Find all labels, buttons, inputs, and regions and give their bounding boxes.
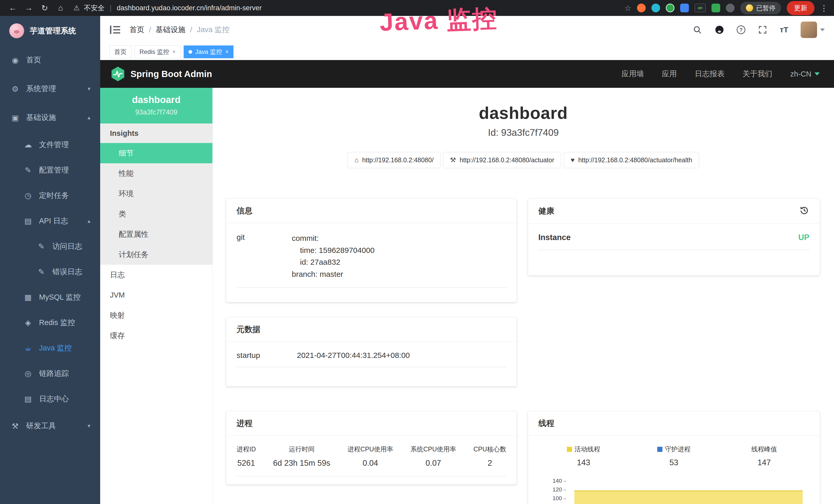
back-icon[interactable]: ←: [6, 3, 20, 13]
home-icon[interactable]: ⌂: [54, 3, 67, 13]
instance-link-root[interactable]: ⌂ http://192.168.0.2:48080/: [348, 152, 440, 168]
info-row-label: git: [237, 232, 292, 280]
legend-value: 53: [629, 458, 719, 467]
sidebar-item-infrastructure[interactable]: ▣ 基础设施 ▴: [0, 103, 100, 132]
sba-nav-applications[interactable]: 应用: [662, 69, 677, 79]
sba-sidebar-item-classes[interactable]: 类: [100, 204, 213, 224]
tab-home[interactable]: 首页: [109, 45, 132, 58]
sidebar-item-label: Java 监控: [39, 343, 72, 353]
sba-nav-journal[interactable]: 日志报表: [695, 69, 725, 79]
sidebar-item-config-mgmt[interactable]: ✎ 配置管理: [0, 157, 100, 183]
sidebar-item-api-logs[interactable]: ▤ API 日志 ▴: [0, 208, 100, 234]
info-row-git: git commit: time: 1596289704000 id: 27aa…: [237, 232, 506, 288]
sidebar-item-tracing[interactable]: ◎ 链路追踪: [0, 361, 100, 386]
sidebar-item-label: API 日志: [39, 216, 68, 226]
sba-brand-title: Spring Boot Admin: [130, 69, 212, 79]
sidebar-item-redis-monitor[interactable]: ◈ Redis 监控: [0, 310, 100, 335]
sba-sidebar-item-jvm[interactable]: JVM: [100, 285, 213, 305]
health-instance-row[interactable]: Instance UP: [539, 233, 809, 250]
home-icon: ⌂: [354, 156, 358, 164]
address-bar[interactable]: ⚠ 不安全 | dashboard.yudao.iocoder.cn/infra…: [73, 3, 622, 13]
extension-icon-grid[interactable]: [680, 4, 689, 12]
reload-icon[interactable]: ↻: [38, 3, 51, 13]
metric-value: 0.07: [411, 459, 456, 468]
sba-nav-wallboard[interactable]: 应用墙: [621, 69, 644, 79]
sba-sidebar-item-performance[interactable]: 性能: [100, 163, 213, 184]
font-size-icon[interactable]: тT: [780, 25, 788, 34]
card-title: 线程: [539, 418, 554, 429]
sba-sidebar-item-logs[interactable]: 日志: [100, 265, 213, 285]
metric-label: CPU核心数: [474, 445, 506, 453]
extension-icon-green[interactable]: [666, 4, 675, 12]
sidebar-item-mysql-monitor[interactable]: ▦ MySQL 监控: [0, 284, 100, 310]
active-dot: [189, 50, 192, 54]
sidebar-item-label: 错误日志: [52, 267, 82, 277]
process-metric-uptime: 运行时间 6d 23h 15m 59s: [273, 445, 330, 468]
sba-brand[interactable]: Spring Boot Admin: [111, 66, 212, 82]
instance-header[interactable]: dashboard 93a3fc7f7409: [100, 88, 213, 123]
sba-sidebar-item-mappings[interactable]: 映射: [100, 305, 213, 325]
extension-icon-leaf[interactable]: [711, 4, 720, 12]
link-url: http://192.168.0.2:48080/: [362, 156, 434, 164]
language-select[interactable]: zh-CN: [790, 70, 820, 78]
threads-card-header: 线程: [528, 411, 820, 436]
chevron-down-icon: ▾: [88, 86, 90, 92]
process-card-header: 进程: [226, 411, 517, 436]
sba-sidebar-item-scheduled-tasks[interactable]: 计划任务: [100, 245, 213, 265]
sidebar-item-home[interactable]: ◉ 首页: [0, 46, 100, 74]
extension-icon-fox[interactable]: [637, 4, 646, 12]
sidebar-item-java-monitor[interactable]: ☕ Java 监控: [0, 335, 100, 361]
collapse-sidebar-icon[interactable]: [109, 25, 121, 35]
github-icon[interactable]: [715, 25, 724, 35]
sidebar-item-error-logs[interactable]: ✎ 错误日志: [0, 259, 100, 284]
fullscreen-icon[interactable]: [758, 25, 767, 35]
sidebar-item-label: 访问日志: [52, 241, 82, 252]
close-icon[interactable]: ×: [225, 48, 228, 55]
instance-link-health[interactable]: ♥ http://192.168.0.2:48080/actuator/heal…: [564, 152, 699, 168]
extension-icon-on-badge[interactable]: on: [695, 4, 706, 12]
metadata-card-body: startup 2021-04-27T00:44:31.254+08:00: [226, 342, 517, 379]
tab-java-monitor[interactable]: Java 监控 ×: [184, 45, 234, 58]
breadcrumb-home[interactable]: 首页: [129, 25, 144, 35]
git-id-line: id: 27aa832: [292, 256, 374, 268]
breadcrumb: 首页 / 基础设施 / Java 监控: [129, 25, 229, 35]
sba-sidebar-item-caches[interactable]: 缓存: [100, 325, 213, 346]
sba-sidebar-item-config-props[interactable]: 配置属性: [100, 224, 213, 245]
sidebar-item-access-logs[interactable]: ✎ 访问日志: [0, 234, 100, 259]
topbar-actions: ? тT: [693, 22, 825, 38]
bookmark-star-icon[interactable]: ☆: [624, 4, 631, 13]
url-text[interactable]: dashboard.yudao.iocoder.cn/infra/admin-s…: [117, 4, 262, 12]
user-menu[interactable]: [800, 22, 825, 38]
metric-label: 运行时间: [273, 445, 330, 453]
sidebar-item-log-center[interactable]: ▤ 日志中心: [0, 386, 100, 412]
sba-nav-about[interactable]: 关于我们: [743, 69, 772, 79]
sba-sidebar-item-details[interactable]: 细节: [100, 143, 213, 163]
sba-sidebar-item-environment[interactable]: 环境: [100, 184, 213, 204]
help-icon[interactable]: ?: [737, 25, 745, 34]
forward-icon[interactable]: →: [22, 3, 36, 13]
process-metric-process-cpu: 进程CPU使用率 0.04: [348, 445, 393, 468]
paused-badge[interactable]: 已暂停: [740, 2, 781, 15]
sidebar-item-dev-tools[interactable]: ⚒ 研发工具 ▾: [0, 412, 100, 440]
extension-icon-dark[interactable]: [726, 4, 734, 12]
tab-redis-monitor[interactable]: Redis 监控 ×: [135, 45, 180, 58]
sidebar-item-file-mgmt[interactable]: ☁ 文件管理: [0, 132, 100, 157]
sidebar-item-system-mgmt[interactable]: ⚙ 系统管理 ▾: [0, 74, 100, 103]
metric-value: 5261: [237, 459, 256, 468]
security-label[interactable]: 不安全: [84, 3, 105, 13]
history-icon[interactable]: [799, 205, 809, 217]
process-metrics-row: 进程ID 5261 运行时间 6d 23h 15m 59s: [237, 445, 506, 476]
app-logo-row[interactable]: 芋道管理系统: [0, 16, 100, 46]
close-icon[interactable]: ×: [172, 48, 176, 55]
extension-icon-drop[interactable]: [651, 4, 660, 12]
app-sidebar: 芋道管理系统 ◉ 首页 ⚙ 系统管理 ▾ ▣ 基础设施 ▴ ☁: [0, 16, 100, 504]
browser-menu-icon[interactable]: ⋮: [820, 4, 828, 13]
sidebar-item-scheduled-jobs[interactable]: ◷ 定时任务: [0, 183, 100, 208]
status-badge: UP: [798, 233, 809, 242]
instance-link-actuator[interactable]: ⚒ http://192.168.0.2:48080/actuator: [443, 152, 561, 168]
breadcrumb-infrastructure[interactable]: 基础设施: [156, 25, 185, 35]
search-icon[interactable]: [693, 25, 702, 35]
update-button[interactable]: 更新: [787, 1, 814, 15]
card-title: 元数据: [237, 324, 260, 335]
log-icon: ▤: [23, 216, 34, 225]
